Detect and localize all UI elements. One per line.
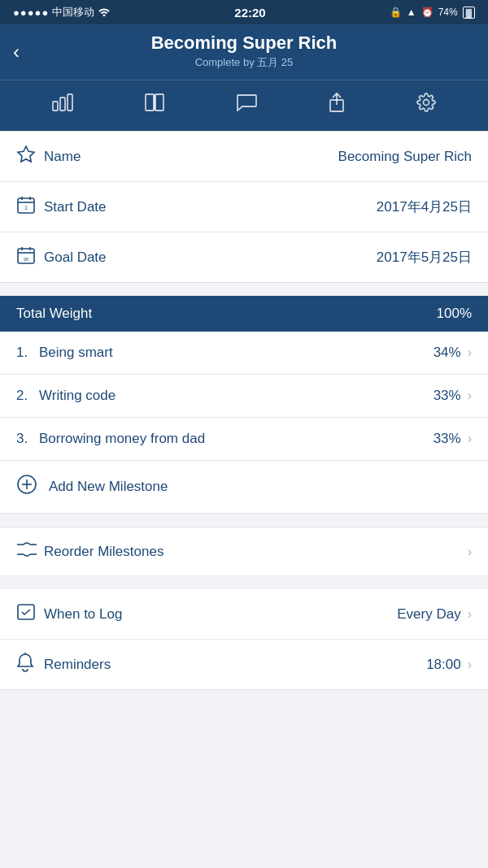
reorder-icon <box>16 540 44 562</box>
lock-icon: 🔒 <box>390 7 402 18</box>
milestone-num-3: 3. <box>16 431 39 447</box>
svg-point-8 <box>424 100 429 106</box>
back-button[interactable]: ‹ <box>13 41 20 63</box>
comment-icon[interactable] <box>226 90 267 119</box>
status-bar: ●●●●● 中国移动 22:20 🔒 ▲ ⏰ 74% ▓ <box>0 0 488 24</box>
reminders-label: Reminders <box>44 657 426 673</box>
section-gap-1 <box>0 514 488 527</box>
page-title: Becoming Super Rich <box>49 33 439 54</box>
when-to-log-label: When to Log <box>44 606 397 623</box>
chevron-right-icon-reminders: › <box>468 658 472 672</box>
goal-date-row: 30 Goal Date 2017年5月25日 <box>0 232 488 282</box>
add-circle-icon <box>16 474 37 500</box>
add-milestone-row[interactable]: Add New Milestone <box>0 461 488 514</box>
toolbar <box>0 80 488 131</box>
settings-section: Reorder Milestones › When to Log Every D… <box>0 527 488 690</box>
bell-icon <box>16 653 44 676</box>
share-icon[interactable] <box>318 89 355 121</box>
name-label: Name <box>44 149 338 165</box>
when-to-log-row[interactable]: When to Log Every Day › <box>0 589 488 640</box>
milestone-row-3[interactable]: 3. Borrowing money from dad 33% › <box>0 418 488 460</box>
milestone-pct-1: 34% <box>434 345 461 361</box>
reorder-milestones-row[interactable]: Reorder Milestones › <box>0 527 488 576</box>
svg-rect-27 <box>18 605 34 619</box>
milestone-name-2: Writing code <box>39 388 434 404</box>
stats-icon[interactable] <box>42 90 83 119</box>
milestone-name-1: Being smart <box>39 345 434 361</box>
carrier-label: 中国移动 <box>52 5 94 20</box>
location-icon: ▲ <box>407 7 416 18</box>
status-left: ●●●●● 中国移动 <box>13 5 111 20</box>
milestone-num-2: 2. <box>16 388 39 404</box>
page-header: ‹ Becoming Super Rich Complete by 五月 25 <box>0 24 488 80</box>
when-to-log-value: Every Day <box>397 606 460 623</box>
svg-text:30: 30 <box>24 257 29 262</box>
svg-marker-9 <box>18 146 34 162</box>
reorder-label: Reorder Milestones <box>44 544 461 560</box>
start-date-row: 1 Start Date 2017年4月25日 <box>0 182 488 232</box>
section-gap-2 <box>0 576 488 589</box>
wifi-icon <box>98 7 111 19</box>
name-row: Name Becoming Super Rich <box>0 132 488 182</box>
page-subtitle: Complete by 五月 25 <box>49 55 439 70</box>
battery-icon: ▓ <box>463 7 475 19</box>
milestone-num-1: 1. <box>16 345 39 361</box>
calendar-check-icon <box>16 602 44 626</box>
svg-rect-1 <box>60 98 65 111</box>
chevron-right-icon-3: › <box>468 432 472 446</box>
reminders-row[interactable]: Reminders 18:00 › <box>0 640 488 689</box>
book-icon[interactable] <box>134 90 175 119</box>
status-right: 🔒 ▲ ⏰ 74% ▓ <box>390 7 475 19</box>
info-section: Name Becoming Super Rich 1 Start Date 20… <box>0 131 488 283</box>
alarm-icon: ⏰ <box>421 7 434 18</box>
gear-icon[interactable] <box>407 89 446 120</box>
svg-rect-3 <box>146 94 154 111</box>
svg-rect-2 <box>68 94 72 111</box>
battery-label: 74% <box>438 7 458 18</box>
svg-rect-0 <box>53 102 58 111</box>
chevron-right-icon-2: › <box>468 388 472 403</box>
milestone-pct-2: 33% <box>434 388 461 404</box>
svg-text:1: 1 <box>24 205 28 210</box>
reminders-value: 18:00 <box>426 657 461 673</box>
milestone-pct-3: 33% <box>434 431 461 447</box>
calendar-start-icon: 1 <box>16 195 44 219</box>
milestones-section: 1. Being smart 34% › 2. Writing code 33%… <box>0 332 488 461</box>
total-weight-header: Total Weight 100% <box>0 296 488 332</box>
chevron-right-icon-log: › <box>468 607 472 622</box>
milestone-row-2[interactable]: 2. Writing code 33% › <box>0 375 488 418</box>
milestone-row-1[interactable]: 1. Being smart 34% › <box>0 332 488 375</box>
star-icon <box>16 145 44 168</box>
calendar-goal-icon: 30 <box>16 245 44 269</box>
start-date-label: Start Date <box>44 199 377 215</box>
total-weight-value: 100% <box>437 306 472 322</box>
chevron-right-icon-reorder: › <box>468 545 472 559</box>
add-milestone-label: Add New Milestone <box>49 479 168 495</box>
chevron-right-icon-1: › <box>468 345 472 360</box>
time-display: 22:20 <box>234 6 265 20</box>
signal-dots: ●●●●● <box>13 7 49 19</box>
name-value: Becoming Super Rich <box>338 149 472 165</box>
start-date-value: 2017年4月25日 <box>377 197 472 216</box>
goal-date-value: 2017年5月25日 <box>377 248 472 267</box>
goal-date-label: Goal Date <box>44 250 377 266</box>
total-weight-label: Total Weight <box>16 306 92 322</box>
milestone-name-3: Borrowing money from dad <box>39 431 434 447</box>
svg-rect-4 <box>155 94 163 111</box>
